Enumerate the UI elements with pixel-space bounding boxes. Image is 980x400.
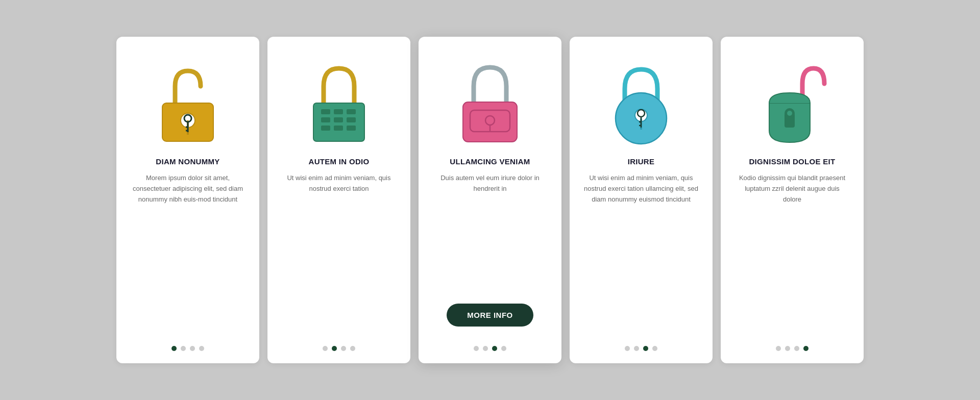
- dot: [341, 346, 346, 351]
- dot: [323, 346, 328, 351]
- card-4-text: Ut wisi enim ad minim veniam, quis nostr…: [584, 173, 698, 336]
- card-2-title: AUTEM IN ODIO: [309, 157, 370, 166]
- dot: [625, 346, 630, 351]
- card-2: AUTEM IN ODIO Ut wisi enim ad minim veni…: [267, 37, 410, 363]
- card-3-icon: [457, 53, 523, 145]
- card-4-dots: [625, 346, 657, 351]
- dot: [350, 346, 355, 351]
- dot: [794, 346, 799, 351]
- dot-active: [172, 346, 177, 351]
- more-info-button[interactable]: MORE INFO: [447, 304, 533, 327]
- svg-rect-10: [347, 109, 356, 114]
- dot: [501, 346, 506, 351]
- dot-active: [803, 346, 808, 351]
- dot: [474, 346, 479, 351]
- svg-rect-17: [463, 102, 517, 142]
- card-1: DIAM NONUMMY Morem ipsum dolor sit amet,…: [116, 37, 259, 363]
- dot: [785, 346, 790, 351]
- dot-active: [332, 346, 337, 351]
- card-5-icon: [759, 53, 825, 145]
- card-1-text: Morem ipsum dolor sit amet, consectetuer…: [131, 173, 245, 336]
- svg-rect-9: [334, 109, 343, 114]
- dot: [199, 346, 204, 351]
- card-1-icon: [152, 53, 224, 145]
- dot: [483, 346, 488, 351]
- card-3-dots: [474, 346, 506, 351]
- card-4-title: IRIURE: [628, 157, 655, 166]
- dot: [634, 346, 639, 351]
- svg-rect-14: [321, 126, 330, 131]
- cards-container: DIAM NONUMMY Morem ipsum dolor sit amet,…: [86, 16, 894, 384]
- card-3: ULLAMCING VENIAM Duis autem vel eum iriu…: [419, 37, 561, 363]
- card-4-icon: [605, 53, 677, 145]
- dot: [190, 346, 195, 351]
- dot-active: [643, 346, 648, 351]
- svg-rect-15: [334, 126, 343, 131]
- card-5: DIGNISSIM DOLOE EIT Kodio dignissim qui …: [721, 37, 864, 363]
- card-4: IRIURE Ut wisi enim ad minim veniam, qui…: [570, 37, 713, 363]
- svg-rect-13: [347, 117, 356, 122]
- dot: [776, 346, 781, 351]
- card-5-title: DIGNISSIM DOLOE EIT: [749, 157, 835, 166]
- dot: [181, 346, 186, 351]
- card-5-dots: [776, 346, 808, 351]
- svg-rect-16: [347, 126, 356, 131]
- card-3-title: ULLAMCING VENIAM: [450, 157, 530, 166]
- card-1-title: DIAM NONUMMY: [156, 157, 219, 166]
- card-2-text: Ut wisi enim ad minim veniam, quis nostr…: [282, 173, 396, 336]
- svg-point-30: [787, 111, 792, 116]
- card-5-text: Kodio dignissim qui blandit praesent lup…: [735, 173, 849, 336]
- svg-rect-11: [321, 117, 330, 122]
- svg-rect-12: [334, 117, 343, 122]
- svg-rect-8: [321, 109, 330, 114]
- card-3-text: Duis autem vel eum iriure dolor in hendr…: [433, 173, 547, 294]
- card-2-dots: [323, 346, 355, 351]
- dot: [652, 346, 657, 351]
- dot-active: [492, 346, 497, 351]
- card-1-dots: [172, 346, 204, 351]
- card-2-icon: [306, 53, 372, 145]
